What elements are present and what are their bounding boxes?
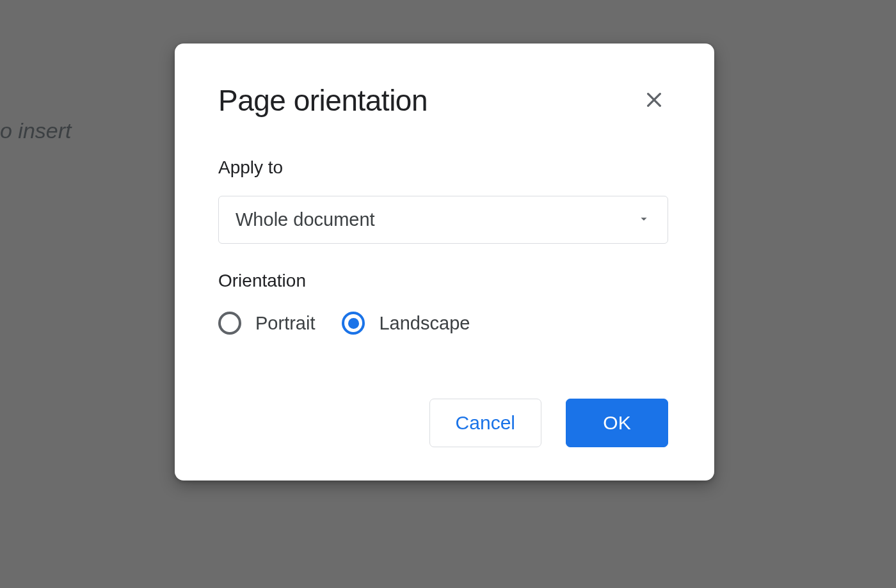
page-orientation-dialog: Page orientation Apply to Whole document…	[175, 44, 714, 481]
radio-label-landscape: Landscape	[379, 313, 470, 334]
dialog-actions: Cancel OK	[218, 399, 668, 447]
orientation-radio-group: Portrait Landscape	[218, 312, 668, 335]
radio-option-portrait[interactable]: Portrait	[218, 312, 315, 335]
apply-to-value: Whole document	[236, 209, 375, 230]
apply-to-label: Apply to	[218, 157, 668, 178]
radio-icon-checked	[342, 312, 365, 335]
apply-to-dropdown[interactable]: Whole document	[218, 196, 668, 244]
orientation-label: Orientation	[218, 271, 668, 291]
close-button[interactable]	[640, 86, 668, 115]
dialog-header: Page orientation	[218, 83, 668, 118]
cancel-button[interactable]: Cancel	[429, 399, 541, 447]
radio-inner-dot	[348, 318, 359, 329]
ok-button[interactable]: OK	[566, 399, 668, 447]
close-icon	[644, 90, 664, 112]
chevron-down-icon	[637, 212, 651, 228]
dialog-title: Page orientation	[218, 83, 428, 118]
radio-label-portrait: Portrait	[255, 313, 315, 334]
background-text: o insert	[0, 118, 72, 143]
radio-option-landscape[interactable]: Landscape	[342, 312, 470, 335]
radio-icon-unchecked	[218, 312, 241, 335]
